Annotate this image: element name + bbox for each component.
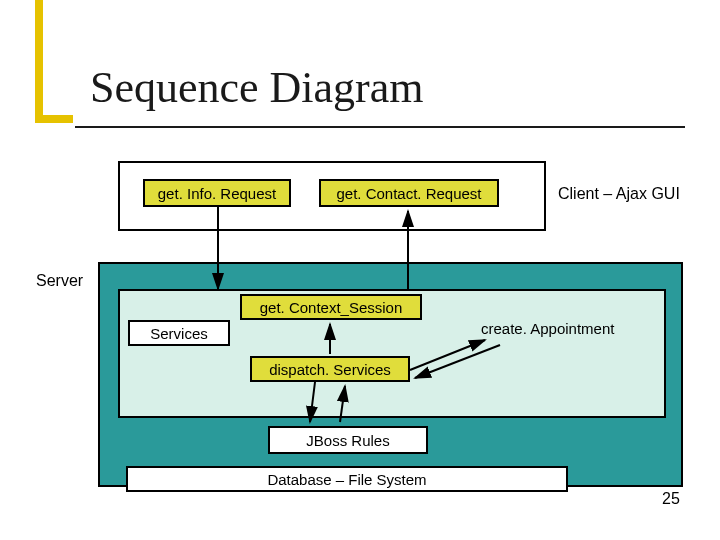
jboss-rules-box: JBoss Rules (268, 426, 428, 454)
jboss-rules-label: JBoss Rules (306, 432, 389, 449)
database-box: Database – File System (126, 466, 568, 492)
get-context-session-label: get. Context_Session (260, 299, 403, 316)
dispatch-services-box: dispatch. Services (250, 356, 410, 382)
create-appointment-label: create. Appointment (481, 320, 614, 337)
client-label: Client – Ajax GUI (558, 185, 680, 203)
slide: Sequence Diagram get. Info. Request get.… (0, 0, 720, 540)
services-box: Services (128, 320, 230, 346)
page-number: 25 (662, 490, 680, 508)
server-label: Server (36, 272, 83, 290)
services-label: Services (150, 325, 208, 342)
accent-bar-vertical (35, 0, 43, 115)
get-context-session-box: get. Context_Session (240, 294, 422, 320)
get-info-request-box: get. Info. Request (143, 179, 291, 207)
get-contact-request-box: get. Contact. Request (319, 179, 499, 207)
get-info-request-label: get. Info. Request (158, 185, 276, 202)
slide-title: Sequence Diagram (90, 62, 424, 113)
dispatch-services-label: dispatch. Services (269, 361, 391, 378)
title-rule (75, 126, 685, 128)
database-label: Database – File System (267, 471, 426, 488)
accent-bar-horizontal (35, 115, 73, 123)
get-contact-request-label: get. Contact. Request (336, 185, 481, 202)
